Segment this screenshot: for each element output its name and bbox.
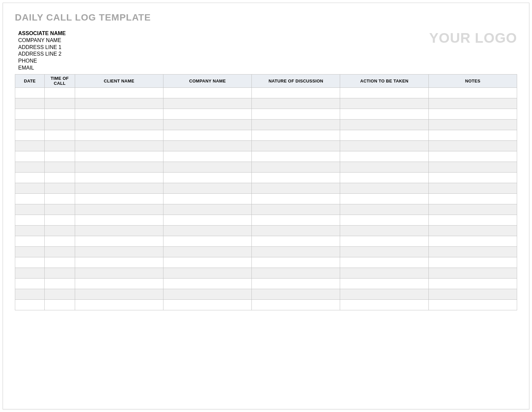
cell-company[interactable]	[163, 98, 251, 109]
cell-company[interactable]	[163, 172, 251, 183]
cell-company[interactable]	[163, 204, 251, 215]
cell-date[interactable]	[15, 109, 45, 119]
cell-date[interactable]	[15, 162, 45, 172]
cell-nature[interactable]	[252, 172, 340, 183]
cell-client[interactable]	[75, 119, 163, 130]
cell-client[interactable]	[75, 151, 163, 162]
cell-client[interactable]	[75, 130, 163, 140]
cell-action[interactable]	[340, 183, 428, 193]
cell-client[interactable]	[75, 162, 163, 172]
cell-nature[interactable]	[252, 225, 340, 236]
cell-client[interactable]	[75, 140, 163, 151]
cell-notes[interactable]	[428, 87, 517, 98]
cell-time[interactable]	[45, 151, 75, 162]
cell-nature[interactable]	[252, 162, 340, 172]
cell-nature[interactable]	[252, 289, 340, 299]
cell-company[interactable]	[163, 268, 251, 278]
cell-client[interactable]	[75, 268, 163, 278]
cell-time[interactable]	[45, 172, 75, 183]
cell-nature[interactable]	[252, 246, 340, 257]
cell-client[interactable]	[75, 278, 163, 289]
cell-action[interactable]	[340, 119, 428, 130]
cell-date[interactable]	[15, 130, 45, 140]
cell-nature[interactable]	[252, 119, 340, 130]
cell-date[interactable]	[15, 193, 45, 204]
cell-date[interactable]	[15, 87, 45, 98]
cell-time[interactable]	[45, 246, 75, 257]
cell-company[interactable]	[163, 140, 251, 151]
cell-date[interactable]	[15, 268, 45, 278]
cell-action[interactable]	[340, 140, 428, 151]
cell-notes[interactable]	[428, 140, 517, 151]
cell-date[interactable]	[15, 119, 45, 130]
cell-notes[interactable]	[428, 299, 517, 310]
cell-client[interactable]	[75, 289, 163, 299]
cell-company[interactable]	[163, 119, 251, 130]
cell-notes[interactable]	[428, 278, 517, 289]
cell-action[interactable]	[340, 162, 428, 172]
cell-nature[interactable]	[252, 151, 340, 162]
cell-company[interactable]	[163, 246, 251, 257]
cell-notes[interactable]	[428, 204, 517, 215]
cell-notes[interactable]	[428, 183, 517, 193]
cell-company[interactable]	[163, 215, 251, 225]
cell-notes[interactable]	[428, 225, 517, 236]
cell-action[interactable]	[340, 225, 428, 236]
cell-nature[interactable]	[252, 299, 340, 310]
cell-client[interactable]	[75, 215, 163, 225]
cell-company[interactable]	[163, 183, 251, 193]
cell-company[interactable]	[163, 193, 251, 204]
cell-nature[interactable]	[252, 215, 340, 225]
cell-notes[interactable]	[428, 193, 517, 204]
cell-date[interactable]	[15, 278, 45, 289]
cell-date[interactable]	[15, 225, 45, 236]
cell-company[interactable]	[163, 87, 251, 98]
cell-company[interactable]	[163, 151, 251, 162]
cell-nature[interactable]	[252, 204, 340, 215]
cell-company[interactable]	[163, 162, 251, 172]
cell-nature[interactable]	[252, 257, 340, 268]
cell-date[interactable]	[15, 246, 45, 257]
cell-nature[interactable]	[252, 268, 340, 278]
cell-notes[interactable]	[428, 162, 517, 172]
cell-nature[interactable]	[252, 183, 340, 193]
cell-action[interactable]	[340, 204, 428, 215]
cell-action[interactable]	[340, 87, 428, 98]
cell-time[interactable]	[45, 257, 75, 268]
cell-action[interactable]	[340, 246, 428, 257]
cell-client[interactable]	[75, 246, 163, 257]
cell-time[interactable]	[45, 278, 75, 289]
cell-time[interactable]	[45, 119, 75, 130]
cell-time[interactable]	[45, 87, 75, 98]
cell-time[interactable]	[45, 183, 75, 193]
cell-client[interactable]	[75, 204, 163, 215]
cell-nature[interactable]	[252, 130, 340, 140]
cell-notes[interactable]	[428, 172, 517, 183]
cell-date[interactable]	[15, 98, 45, 109]
cell-nature[interactable]	[252, 278, 340, 289]
cell-nature[interactable]	[252, 140, 340, 151]
cell-client[interactable]	[75, 109, 163, 119]
cell-client[interactable]	[75, 183, 163, 193]
cell-notes[interactable]	[428, 236, 517, 246]
cell-nature[interactable]	[252, 87, 340, 98]
cell-action[interactable]	[340, 236, 428, 246]
cell-date[interactable]	[15, 151, 45, 162]
cell-client[interactable]	[75, 98, 163, 109]
cell-nature[interactable]	[252, 98, 340, 109]
cell-date[interactable]	[15, 140, 45, 151]
cell-company[interactable]	[163, 299, 251, 310]
cell-time[interactable]	[45, 268, 75, 278]
cell-time[interactable]	[45, 193, 75, 204]
cell-client[interactable]	[75, 236, 163, 246]
cell-date[interactable]	[15, 289, 45, 299]
cell-notes[interactable]	[428, 268, 517, 278]
cell-notes[interactable]	[428, 215, 517, 225]
cell-time[interactable]	[45, 109, 75, 119]
cell-action[interactable]	[340, 268, 428, 278]
cell-nature[interactable]	[252, 236, 340, 246]
cell-date[interactable]	[15, 257, 45, 268]
cell-action[interactable]	[340, 257, 428, 268]
cell-company[interactable]	[163, 225, 251, 236]
cell-time[interactable]	[45, 215, 75, 225]
